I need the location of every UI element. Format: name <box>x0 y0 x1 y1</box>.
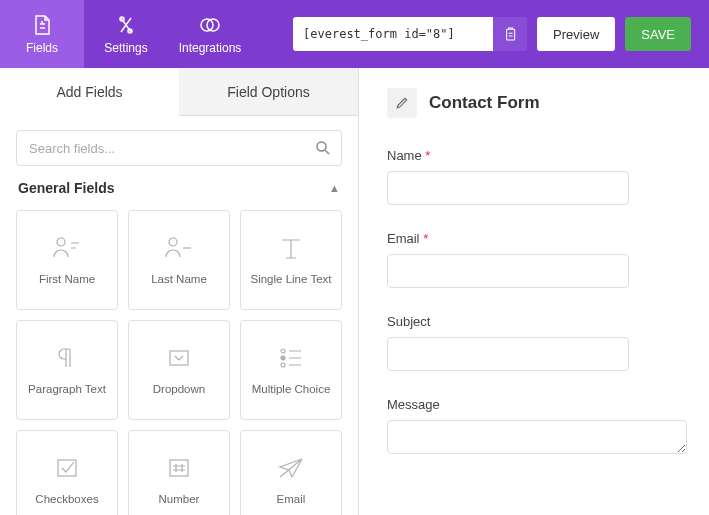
field-label: Number <box>159 493 200 505</box>
tab-add-fields[interactable]: Add Fields <box>0 68 179 116</box>
required-indicator: * <box>423 231 428 246</box>
svg-point-9 <box>281 349 285 353</box>
form-field-message[interactable]: Message <box>387 397 681 458</box>
copy-shortcode-button[interactable] <box>493 17 527 51</box>
panel-body: General Fields ▲ First Name Last Name Si… <box>0 116 358 515</box>
field-label: Multiple Choice <box>252 383 331 395</box>
form-preview: Contact Form Name * Email * Subject Mess… <box>359 68 709 515</box>
svg-point-10 <box>281 356 285 360</box>
topbar-nav: Fields Settings Integrations <box>0 0 252 68</box>
settings-icon <box>114 13 138 37</box>
email-input[interactable] <box>387 254 629 288</box>
chevron-up-icon: ▲ <box>329 182 340 194</box>
field-paragraph-text[interactable]: Paragraph Text <box>16 320 118 420</box>
section-general-fields[interactable]: General Fields ▲ <box>16 180 342 196</box>
form-title-row: Contact Form <box>387 88 681 118</box>
field-checkboxes[interactable]: Checkboxes <box>16 430 118 515</box>
field-first-name[interactable]: First Name <box>16 210 118 310</box>
field-label: Dropdown <box>153 383 205 395</box>
svg-rect-4 <box>507 29 515 40</box>
field-email[interactable]: Email <box>240 430 342 515</box>
field-label: First Name <box>39 273 95 285</box>
integrations-icon <box>198 13 222 37</box>
panel-tabs: Add Fields Field Options <box>0 68 358 116</box>
field-label: Email * <box>387 231 681 246</box>
checkbox-icon <box>52 455 82 481</box>
field-dropdown[interactable]: Dropdown <box>128 320 230 420</box>
form-title: Contact Form <box>429 93 540 113</box>
search-wrap <box>16 130 342 166</box>
pencil-icon <box>395 96 409 110</box>
field-label: Last Name <box>151 273 207 285</box>
svg-point-7 <box>169 238 177 246</box>
field-single-line-text[interactable]: Single Line Text <box>240 210 342 310</box>
nav-label: Fields <box>26 41 58 55</box>
shortcode-wrap <box>293 17 527 51</box>
nav-label: Integrations <box>179 41 242 55</box>
radio-list-icon <box>276 345 306 371</box>
edit-title-button[interactable] <box>387 88 417 118</box>
dropdown-icon <box>164 345 194 371</box>
field-multiple-choice[interactable]: Multiple Choice <box>240 320 342 420</box>
field-label: Message <box>387 397 681 412</box>
section-title: General Fields <box>18 180 114 196</box>
tab-field-options[interactable]: Field Options <box>179 68 358 116</box>
field-label: Email <box>277 493 306 505</box>
field-last-name[interactable]: Last Name <box>128 210 230 310</box>
shortcode-input[interactable] <box>293 17 493 51</box>
field-label: Subject <box>387 314 681 329</box>
form-field-email[interactable]: Email * <box>387 231 681 288</box>
search-input[interactable] <box>16 130 342 166</box>
message-input[interactable] <box>387 420 687 454</box>
field-grid: First Name Last Name Single Line Text Pa… <box>16 210 342 515</box>
nav-settings[interactable]: Settings <box>84 0 168 68</box>
svg-rect-8 <box>170 351 188 365</box>
svg-rect-13 <box>170 460 188 476</box>
nav-label: Settings <box>104 41 147 55</box>
text-icon <box>276 235 306 261</box>
field-label: Single Line Text <box>251 273 332 285</box>
name-input[interactable] <box>387 171 629 205</box>
nav-integrations[interactable]: Integrations <box>168 0 252 68</box>
form-field-name[interactable]: Name * <box>387 148 681 205</box>
last-name-icon <box>164 235 194 261</box>
topbar: Fields Settings Integrations Preview SAV… <box>0 0 709 68</box>
paragraph-icon <box>52 345 82 371</box>
field-label: Name * <box>387 148 681 163</box>
field-label: Paragraph Text <box>28 383 106 395</box>
field-label: Checkboxes <box>35 493 98 505</box>
svg-point-5 <box>317 142 326 151</box>
svg-point-11 <box>281 363 285 367</box>
number-icon <box>164 455 194 481</box>
first-name-icon <box>52 235 82 261</box>
topbar-right: Preview SAVE <box>275 0 709 68</box>
clipboard-icon <box>502 26 518 42</box>
preview-button[interactable]: Preview <box>537 17 615 51</box>
save-button[interactable]: SAVE <box>625 17 691 51</box>
form-field-subject[interactable]: Subject <box>387 314 681 371</box>
nav-fields[interactable]: Fields <box>0 0 84 68</box>
fields-icon <box>30 13 54 37</box>
required-indicator: * <box>425 148 430 163</box>
svg-point-6 <box>57 238 65 246</box>
main: Add Fields Field Options General Fields … <box>0 68 709 515</box>
subject-input[interactable] <box>387 337 629 371</box>
left-panel: Add Fields Field Options General Fields … <box>0 68 359 515</box>
email-icon <box>276 455 306 481</box>
field-number[interactable]: Number <box>128 430 230 515</box>
search-icon <box>314 139 332 157</box>
